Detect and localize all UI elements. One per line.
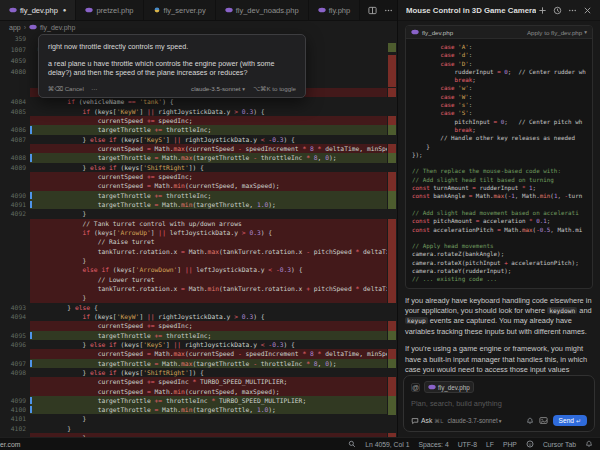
php-icon bbox=[9, 6, 17, 14]
code-line-added[interactable]: 4088 targetThrottle = Math.max(targetThr… bbox=[0, 153, 387, 162]
status-item-bell[interactable] bbox=[585, 440, 593, 448]
line-number bbox=[0, 284, 30, 293]
image-attach-icon[interactable] bbox=[539, 416, 548, 425]
php-icon bbox=[225, 6, 233, 14]
code-line[interactable]: 4102 } bbox=[0, 424, 387, 433]
close-panel-icon[interactable] bbox=[583, 6, 592, 15]
line-number bbox=[0, 247, 30, 256]
diff-mark-added bbox=[388, 405, 396, 414]
code-line-deleted[interactable]: currentSpeed = Math.max(currentSpeed - s… bbox=[0, 144, 387, 153]
line-number: 4094 bbox=[0, 312, 30, 321]
diff-mark-deleted bbox=[388, 88, 396, 97]
code-line-deleted[interactable]: } bbox=[0, 293, 387, 302]
code-line-deleted[interactable]: currentSpeed += speedInc * TURBO_SPEED_M… bbox=[0, 377, 387, 386]
code-line-deleted[interactable]: currentSpeed += speedInc; bbox=[0, 116, 387, 125]
status-item[interactable]: Spaces: 4 bbox=[418, 441, 448, 448]
tab-fly_dev_noads.php[interactable]: fly_dev_noads.php bbox=[216, 0, 309, 20]
diff-mark-deleted bbox=[388, 349, 396, 358]
new-chat-icon[interactable] bbox=[538, 6, 547, 15]
status-item[interactable]: PHP bbox=[503, 441, 517, 448]
inline-chat-model-selector[interactable]: claude-3.5-sonnet ▾ bbox=[191, 85, 245, 92]
tab-label: fly_dev.php bbox=[20, 6, 58, 15]
code-line-added[interactable]: 4090 targetThrottle += throttleInc; bbox=[0, 191, 387, 200]
status-item-search[interactable] bbox=[348, 440, 356, 448]
code-line-deleted[interactable]: // Lower turret bbox=[0, 275, 387, 284]
editor-more-icon[interactable] bbox=[384, 6, 393, 15]
diff-mark-deleted bbox=[388, 144, 396, 153]
code-line[interactable]: 4093 } else { bbox=[0, 303, 387, 312]
code-line[interactable]: 4098 } else if (keys['ShiftRight']) { bbox=[0, 368, 387, 377]
send-button[interactable]: Send ↵ bbox=[553, 415, 587, 426]
code-line-deleted[interactable]: else if (keys['ArrowDown'] || leftJoysti… bbox=[0, 265, 387, 274]
code-block-content[interactable]: case 'A': case 'd': case 'D': rudderInpu… bbox=[406, 39, 592, 288]
tab-fly.php[interactable]: fly.php bbox=[309, 0, 361, 20]
status-item[interactable]: UTF-8 bbox=[458, 441, 477, 448]
code-line-deleted[interactable]: // Raise turret bbox=[0, 237, 387, 246]
status-item-feedback[interactable] bbox=[526, 440, 534, 448]
line-number: 4093 bbox=[0, 303, 30, 312]
breadcrumb-file[interactable]: fly_dev.php bbox=[40, 24, 75, 31]
tab-fly_server.py[interactable]: fly_server.py bbox=[144, 0, 216, 20]
breadcrumb-folder[interactable]: app bbox=[9, 24, 21, 31]
line-number: 4084 bbox=[0, 97, 30, 106]
code-line[interactable]: 4089 } else if (keys['ShiftRight']) { bbox=[0, 163, 387, 172]
tab-fly_dev.php[interactable]: fly_dev.php● bbox=[0, 0, 76, 20]
code-line-deleted[interactable]: currentSpeed += speedInc; bbox=[0, 321, 387, 330]
model-selector[interactable]: claude-3.7-sonnet ▾ bbox=[447, 417, 501, 424]
apply-button[interactable]: Apply to fly_dev.php ▾ bbox=[527, 29, 587, 36]
split-editor-icon[interactable] bbox=[368, 6, 377, 15]
status-label: PHP bbox=[503, 441, 517, 448]
code-line-added[interactable]: 4100 targetThrottle = Math.min(targetThr… bbox=[0, 405, 387, 414]
code-line-deleted[interactable]: // Tank turret control with up/down arro… bbox=[0, 219, 387, 228]
php-icon bbox=[428, 383, 436, 391]
status-label: UTF-8 bbox=[458, 441, 477, 448]
code-line[interactable]: 4085 if (keys['KeyW'] || rightJoystickDa… bbox=[0, 107, 387, 116]
code-line-added[interactable]: 4086 targetThrottle += throttleInc; bbox=[0, 125, 387, 134]
chat-input-box[interactable]: @ fly_dev.php Plan, search, build anythi… bbox=[403, 375, 595, 432]
code-line-deleted[interactable]: } bbox=[0, 256, 387, 265]
code-line-deleted[interactable]: currentSpeed = Math.min(currentSpeed, ma… bbox=[0, 181, 387, 190]
code-line-added[interactable]: 4095 targetThrottle += throttleInc; bbox=[0, 331, 387, 340]
code-line-added[interactable]: 4099 targetThrottle += throttleInc * TUR… bbox=[0, 396, 387, 405]
mode-selector[interactable]: Ask ⌘L bbox=[411, 417, 443, 425]
add-context-icon[interactable]: @ bbox=[411, 383, 420, 392]
line-number bbox=[0, 349, 30, 358]
code-line-deleted[interactable]: currentSpeed = Math.max(currentSpeed - s… bbox=[0, 349, 387, 358]
code-line-added[interactable]: 4091 targetThrottle = Math.min(targetThr… bbox=[0, 200, 387, 209]
code-line[interactable]: 4084 if (vehicleName == 'tank') { bbox=[0, 97, 387, 106]
code-text: targetThrottle = Math.min(targetThrottle… bbox=[37, 406, 276, 413]
line-number bbox=[0, 265, 30, 274]
code-line[interactable]: 4087 } else if (keys['KeyS'] || rightJoy… bbox=[0, 135, 387, 144]
breadcrumb[interactable]: app › fly_dev.php bbox=[0, 21, 397, 33]
status-item[interactable]: Ln 4059, Col 1 bbox=[365, 441, 409, 448]
line-number: 1007 bbox=[0, 44, 30, 55]
code-line-deleted[interactable]: currentSpeed += speedInc; bbox=[0, 172, 387, 181]
code-line-deleted[interactable]: tankTurret.rotation.x = Math.min(tankTur… bbox=[0, 284, 387, 293]
remote-host-label[interactable]: er.com bbox=[0, 441, 20, 448]
chat-input-placeholder[interactable]: Plan, search, build anything bbox=[411, 399, 587, 408]
notification-icon[interactable] bbox=[526, 417, 534, 425]
tab-pretzel.php[interactable]: pretzel.php bbox=[76, 0, 143, 20]
chat-history-icon[interactable] bbox=[553, 6, 562, 15]
code-line-added[interactable]: 4097 targetThrottle = Math.max(targetThr… bbox=[0, 359, 387, 368]
code-line[interactable]: 4101 } bbox=[0, 414, 387, 423]
code-line[interactable]: 4096 } else if (keys['KeyS'] || rightJoy… bbox=[0, 340, 387, 349]
code-line[interactable]: 4092 } bbox=[0, 209, 387, 218]
code-line[interactable]: 4094 if (keys['KeyW'] || rightJoystickDa… bbox=[0, 312, 387, 321]
status-item[interactable]: Cursor Tab bbox=[543, 441, 576, 448]
status-item[interactable]: LF bbox=[486, 441, 494, 448]
tab-label: fly_dev_noads.php bbox=[236, 6, 299, 15]
overview-ruler[interactable] bbox=[387, 33, 397, 437]
inline-chat-cancel-button[interactable]: ⌘⌫ Cancel bbox=[48, 85, 84, 92]
code-text: targetThrottle += throttleInc; bbox=[37, 192, 211, 199]
code-line-deleted[interactable]: tankTurret.rotation.x = Math.max(tankTur… bbox=[0, 247, 387, 256]
code-line-deleted[interactable]: currentSpeed = Math.min(currentSpeed, ma… bbox=[0, 387, 387, 396]
context-file-chip[interactable]: fly_dev.php bbox=[424, 381, 474, 393]
status-label: LF bbox=[486, 441, 494, 448]
tab-bar: fly_dev.php●pretzel.phpfly_server.pyfly_… bbox=[0, 0, 397, 21]
chat-more-icon[interactable] bbox=[568, 6, 577, 15]
inline-chat-more-button[interactable]: ⋯ bbox=[91, 85, 97, 92]
diff-mark-deleted bbox=[388, 116, 396, 125]
diff-mark-added bbox=[388, 191, 396, 200]
code-line-deleted[interactable]: if (keys['ArrowUp'] || leftJoystickData.… bbox=[0, 228, 387, 237]
